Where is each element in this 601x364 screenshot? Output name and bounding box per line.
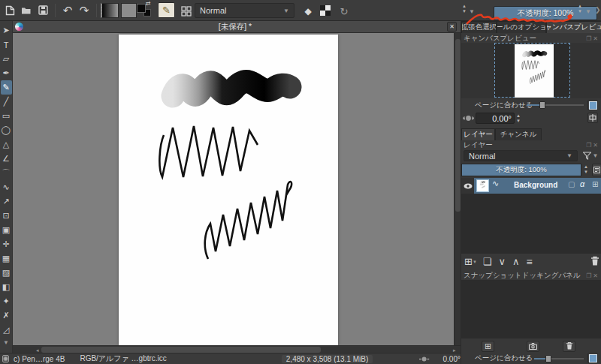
tool-polyline[interactable]: ∠ — [1, 152, 12, 166]
layer-inherit-alpha-icon[interactable]: ⊞ — [592, 180, 598, 188]
layer-list-empty-area[interactable] — [461, 194, 601, 254]
zoom-slider-handle[interactable] — [545, 355, 551, 362]
redo-button[interactable]: ↷ — [76, 2, 92, 19]
overview-zoom-slider[interactable] — [527, 104, 584, 106]
horizontal-scroll-thumb[interactable] — [41, 347, 321, 353]
layers-docker-header[interactable]: レイヤー ❐✕ — [461, 140, 601, 149]
canvas-vertical-scrollbar[interactable] — [454, 33, 461, 345]
save-button[interactable] — [35, 2, 51, 19]
remove-snapshot-button[interactable] — [563, 341, 575, 352]
tool-calligraphy[interactable]: ✒ — [1, 66, 12, 80]
tool-move[interactable]: ✛ — [1, 237, 12, 251]
undo-button[interactable]: ↶ — [59, 2, 76, 19]
rotation-spinner[interactable]: ▲▼ — [516, 113, 521, 124]
opacity-options-arrow[interactable]: ▼ — [469, 8, 475, 15]
snapshot-docker-header[interactable]: スナップショットドッキングパネル ❐✕ — [461, 271, 601, 280]
layer-properties-button[interactable]: ≡ — [527, 256, 533, 268]
tool-text[interactable]: T — [1, 38, 12, 52]
zoom-slider-handle[interactable] — [539, 101, 545, 109]
eraser-mode-button[interactable]: ◆ — [300, 3, 316, 20]
move-layer-down-button[interactable]: ∨ — [499, 256, 506, 267]
toolbox-overflow-arrow[interactable]: ▼ — [3, 339, 9, 346]
layer-name[interactable]: Background — [514, 181, 557, 189]
layer-row-background[interactable]: ∿ Background ▢ α ⊞ — [461, 178, 601, 194]
fg-bg-color-selector[interactable]: ⇄ — [137, 2, 153, 18]
tool-ellipse[interactable]: ◯ — [1, 123, 12, 137]
vertical-scroll-thumb[interactable] — [455, 39, 461, 212]
size-options-arrow[interactable]: ▼ — [585, 8, 591, 15]
opacity-spinner[interactable]: ▲▼ — [462, 4, 467, 14]
float-docker-icon[interactable]: ❐ — [586, 142, 593, 149]
reload-preset-button[interactable]: ↻ — [336, 3, 352, 20]
edit-brush-settings-button[interactable]: ✎ — [158, 2, 175, 18]
tool-bezier-curve[interactable]: ⌒ — [1, 166, 12, 180]
delete-layer-button[interactable] — [590, 256, 599, 266]
mirror-view-button[interactable] — [587, 113, 598, 123]
tab-advanced-color-selector[interactable]: 拡張色選択 — [461, 21, 497, 33]
canvas-page[interactable] — [119, 35, 338, 345]
fit-page-button[interactable] — [587, 100, 598, 110]
brush-preset-name[interactable]: c) Pen…rge 4B — [14, 355, 65, 363]
close-subwindow-button[interactable]: ✕ — [447, 22, 457, 32]
tool-transform[interactable]: ▣ — [1, 223, 12, 237]
layer-opacity-slider[interactable]: 不透明度: 100% — [461, 164, 581, 176]
layer-alpha-lock-icon[interactable]: α — [580, 179, 584, 188]
snapshot-list-empty-area[interactable] — [461, 280, 601, 338]
preserve-alpha-button[interactable] — [320, 5, 331, 16]
tool-fill[interactable]: ◧ — [1, 280, 12, 294]
fit-page-button[interactable] — [587, 353, 598, 363]
layer-view-mode-button[interactable] — [592, 164, 601, 176]
overview-view-rect[interactable] — [494, 43, 570, 98]
size-spinner[interactable]: ▲▼ — [578, 4, 582, 14]
snapshot-zoom-slider[interactable] — [534, 358, 584, 359]
pattern-chooser[interactable] — [121, 3, 137, 18]
close-docker-icon[interactable]: ✕ — [593, 142, 599, 149]
layer-visibility-cell[interactable] — [461, 178, 474, 194]
gradient-chooser[interactable] — [101, 3, 119, 18]
canvas-viewport[interactable] — [13, 33, 454, 345]
rotation-spinbox[interactable]: 0.00° — [476, 113, 515, 124]
tab-channels[interactable]: チャンネル — [495, 128, 542, 140]
close-docker-icon[interactable]: ✕ — [593, 35, 599, 42]
open-document-button[interactable] — [18, 2, 35, 19]
add-layer-dropdown-arrow[interactable]: ▼ — [473, 260, 477, 264]
float-docker-icon[interactable]: ❐ — [586, 35, 593, 42]
tool-dynamic-brush[interactable]: ↗ — [1, 194, 12, 209]
tool-color-sampler[interactable]: ✦ — [1, 294, 12, 308]
tab-tool-options[interactable]: ツールのオプション — [497, 21, 546, 33]
tab-layers[interactable]: レイヤー — [461, 128, 495, 140]
layer-thumbnail[interactable] — [477, 180, 488, 191]
tab-canvas-preview[interactable]: キャンバスプレビュー — [546, 21, 601, 33]
tool-crop[interactable]: ▦ — [1, 251, 12, 266]
new-document-button[interactable] — [2, 2, 18, 19]
layer-lock-icon[interactable]: ▢ — [568, 180, 575, 188]
tool-smart-patch[interactable]: ✗ — [1, 308, 12, 323]
tool-freehand-path[interactable]: ∿ — [1, 180, 12, 194]
tool-multibrush[interactable]: ⊡ — [1, 209, 12, 223]
tool-measure[interactable]: ◿ — [1, 323, 12, 337]
overview-preview-area[interactable] — [461, 43, 601, 98]
layer-blending-mode-dropdown[interactable]: Normal ▼ — [464, 150, 578, 161]
tool-freehand-brush[interactable]: ✎ — [1, 80, 12, 95]
move-layer-up-button[interactable]: ∧ — [512, 256, 520, 267]
brush-preset-icon[interactable] — [2, 355, 9, 362]
overview-docker-header[interactable]: キャンバスプレビュー ❐✕ — [461, 34, 601, 43]
layer-opacity-spinner[interactable]: ▲▼ — [584, 164, 588, 175]
fit-page-label[interactable]: ページに合わせる — [475, 101, 533, 110]
duplicate-layer-button[interactable]: ❏ — [483, 256, 492, 267]
reset-rotation-icon[interactable] — [419, 355, 429, 363]
close-docker-icon[interactable]: ✕ — [593, 272, 599, 279]
workspace-chooser-button[interactable] — [178, 3, 195, 20]
canvas-rotation-value[interactable]: 0.00° — [443, 355, 461, 363]
canvas-subwindow-titlebar[interactable]: [未保存] * ✕ — [13, 21, 461, 33]
canvas-horizontal-scrollbar[interactable]: ◂ ▸ — [13, 345, 461, 353]
tool-line[interactable]: ╱ — [1, 95, 12, 109]
tool-gradient[interactable]: ▨ — [1, 266, 12, 280]
switch-to-snapshot-button[interactable] — [527, 341, 539, 352]
tool-select-shapes[interactable]: ➤ — [1, 23, 12, 38]
layer-filter-button[interactable]: ▼ — [581, 150, 599, 161]
tool-edit-shapes[interactable]: ▱ — [1, 52, 12, 66]
fit-page-label[interactable]: ページに合わせる — [475, 353, 533, 363]
add-layer-button[interactable]: ⊞ — [464, 256, 473, 267]
tool-polygon[interactable]: △ — [1, 137, 12, 152]
